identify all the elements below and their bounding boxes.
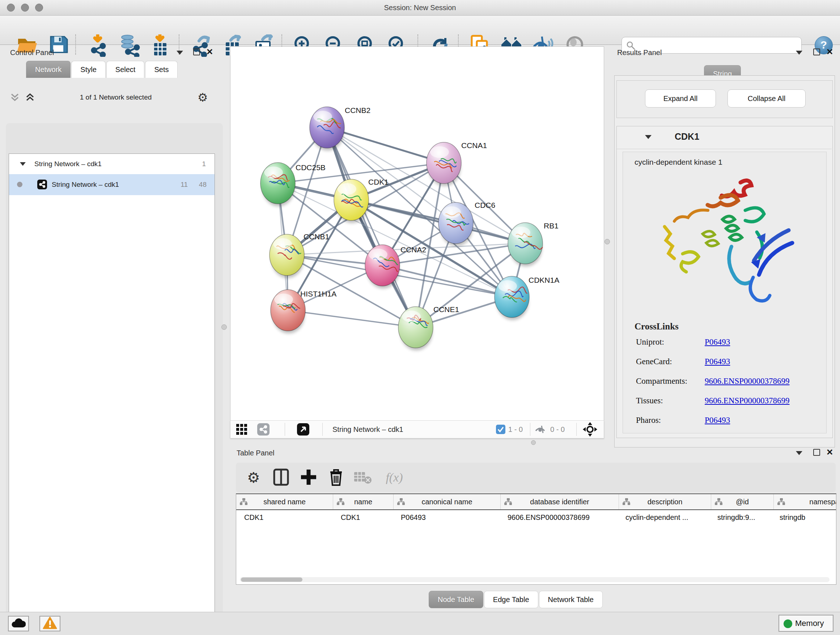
crosslink-link[interactable]: 9606.ENSP00000378699 xyxy=(705,377,790,386)
crosslink-label: Compartments: xyxy=(636,377,687,386)
table-cell[interactable]: CDK1 xyxy=(333,510,393,524)
column-header--id[interactable]: @id xyxy=(711,494,774,509)
open-in-new-window-icon[interactable] xyxy=(297,423,309,435)
selected-nodes-edges-count: 1 - 0 xyxy=(508,421,523,438)
column-header-namespace[interactable]: namespace xyxy=(774,494,836,509)
table-row[interactable]: CDK1CDK1P064939606.ENSP00000378699cyclin… xyxy=(236,510,836,524)
network-edge[interactable] xyxy=(327,127,416,327)
cloud-status-button[interactable] xyxy=(8,616,29,631)
table-cell[interactable]: P06493 xyxy=(393,510,500,524)
control-panel-close-icon[interactable]: ✕ xyxy=(206,48,213,55)
control-panel-collapse-icon[interactable] xyxy=(177,51,183,55)
gene-collapse-icon[interactable] xyxy=(645,135,652,139)
window-close-button[interactable] xyxy=(7,4,15,11)
status-bar: Memory xyxy=(0,612,840,635)
bottom-splitter-handle[interactable] xyxy=(531,440,536,445)
window-title: Session: New Session xyxy=(0,0,840,15)
column-type-icon xyxy=(777,498,785,505)
table-panel-close-icon[interactable]: ✕ xyxy=(826,448,833,456)
create-column-button[interactable] xyxy=(298,467,319,488)
network-canvas[interactable]: CCNB2CCNA1CDC25BCDK1CDC6RB1CCNB1CCNA2CDK… xyxy=(230,46,604,421)
window-zoom-button[interactable] xyxy=(35,4,43,11)
tab-select[interactable]: Select xyxy=(106,61,145,78)
network-node-HIST1H1A[interactable]: HIST1H1A xyxy=(271,290,336,333)
results-panel-collapse-icon[interactable] xyxy=(796,51,802,55)
fit-content-crosshair-icon[interactable] xyxy=(583,422,597,437)
network-collection-row[interactable]: String Network – cdk1 1 xyxy=(9,154,215,174)
network-node-CCNE1[interactable]: CCNE1 xyxy=(398,305,459,350)
tab-network[interactable]: Network xyxy=(26,61,71,78)
expand-all-chevrons-icon[interactable] xyxy=(25,93,35,102)
network-edge[interactable] xyxy=(288,310,416,327)
network-node-CDC25B[interactable]: CDC25B xyxy=(261,163,325,206)
collapse-all-button[interactable]: Collapse All xyxy=(728,89,806,108)
network-node-RB1[interactable]: RB1 xyxy=(508,222,559,266)
node-table[interactable]: shared namenamecanonical namedatabase id… xyxy=(236,494,836,585)
table-options-button[interactable]: ⚙ xyxy=(243,467,264,488)
warning-icon xyxy=(43,616,57,630)
column-header-description[interactable]: description xyxy=(619,494,711,509)
column-header-canonical-name[interactable]: canonical name xyxy=(393,494,501,509)
column-header-database-identifier[interactable]: database identifier xyxy=(501,494,619,509)
crosslink-row: Tissues:9606.ENSP00000378699 xyxy=(623,396,826,416)
tab-style[interactable]: Style xyxy=(71,61,105,78)
table-horizontal-scrollbar[interactable] xyxy=(240,577,829,582)
gene-header[interactable]: CDK1 xyxy=(617,126,832,149)
results-panel-close-icon[interactable]: ✕ xyxy=(826,48,833,55)
left-splitter-handle[interactable] xyxy=(221,325,227,330)
control-panel-float-icon[interactable] xyxy=(193,49,200,55)
column-header-name[interactable]: name xyxy=(333,494,393,509)
table-cell[interactable]: stringdb:9... xyxy=(709,510,772,524)
plus-icon xyxy=(300,468,317,486)
memory-button[interactable]: Memory xyxy=(778,615,834,632)
crosslink-link[interactable]: P06493 xyxy=(705,416,730,425)
function-builder-button[interactable]: f(x) xyxy=(379,467,409,488)
protein-structure-image xyxy=(648,176,800,314)
network-node-CDC6[interactable]: CDC6 xyxy=(439,201,495,246)
table-cell[interactable]: 9606.ENSP00000378699 xyxy=(500,510,617,524)
network-overview-icon[interactable] xyxy=(257,423,270,435)
show-columns-button[interactable] xyxy=(271,467,292,488)
network-edge[interactable] xyxy=(327,127,444,163)
warnings-button[interactable] xyxy=(39,616,60,631)
crosslink-link[interactable]: P06493 xyxy=(705,357,730,366)
control-panel-tabs: NetworkStyleSelectSets xyxy=(26,61,178,78)
network-row-selected[interactable]: String Network – cdk1 11 48 xyxy=(9,174,215,195)
right-splitter-handle[interactable] xyxy=(605,239,610,244)
window-minimize-button[interactable] xyxy=(21,4,29,11)
network-collection-label: String Network – cdk1 xyxy=(34,154,102,174)
tab-sets[interactable]: Sets xyxy=(145,61,178,78)
edge-count: 48 xyxy=(199,174,207,195)
table-cell[interactable]: stringdb xyxy=(772,510,836,524)
network-node-CCNB2[interactable]: CCNB2 xyxy=(309,106,370,150)
crosslink-link[interactable]: 9606.ENSP00000378699 xyxy=(705,396,790,405)
column-type-icon xyxy=(622,498,630,505)
table-panel-collapse-icon[interactable] xyxy=(796,451,802,455)
column-header-label: description xyxy=(647,498,683,506)
crosslink-link[interactable]: P06493 xyxy=(705,337,730,347)
scrollbar-thumb[interactable] xyxy=(241,578,302,582)
node-label: RB1 xyxy=(544,222,559,230)
column-type-icon xyxy=(715,498,723,505)
gene-description: cyclin-dependent kinase 1 xyxy=(635,158,722,166)
delete-column-button[interactable] xyxy=(325,467,347,488)
selected-checkbox-icon[interactable] xyxy=(496,424,505,434)
expand-all-button[interactable]: Expand All xyxy=(645,89,716,108)
delete-table-button[interactable] xyxy=(352,467,373,488)
table-panel-float-icon[interactable] xyxy=(813,449,820,456)
network-node-CDKN1A[interactable]: CDKN1A xyxy=(494,276,559,320)
tab-node-table[interactable]: Node Table xyxy=(429,591,483,608)
network-node-CCNA1[interactable]: CCNA1 xyxy=(426,141,487,186)
tab-network-table[interactable]: Network Table xyxy=(539,591,603,608)
results-panel-float-icon[interactable] xyxy=(813,49,820,55)
table-cell[interactable]: CDK1 xyxy=(236,510,333,524)
collapse-all-chevrons-icon[interactable] xyxy=(10,93,19,102)
network-graph: CCNB2CCNA1CDC25BCDK1CDC6RB1CCNB1CCNA2CDK… xyxy=(231,47,604,420)
tab-edge-table[interactable]: Edge Table xyxy=(484,591,538,608)
node-label: CDKN1A xyxy=(529,276,559,284)
tree-expand-icon[interactable] xyxy=(20,162,26,166)
network-options-gear-icon[interactable]: ⚙ xyxy=(197,90,208,104)
birds-eye-grid-icon[interactable] xyxy=(236,424,248,435)
table-cell[interactable]: cyclin-dependent ... xyxy=(617,510,709,524)
column-header-shared-name[interactable]: shared name xyxy=(236,494,333,509)
